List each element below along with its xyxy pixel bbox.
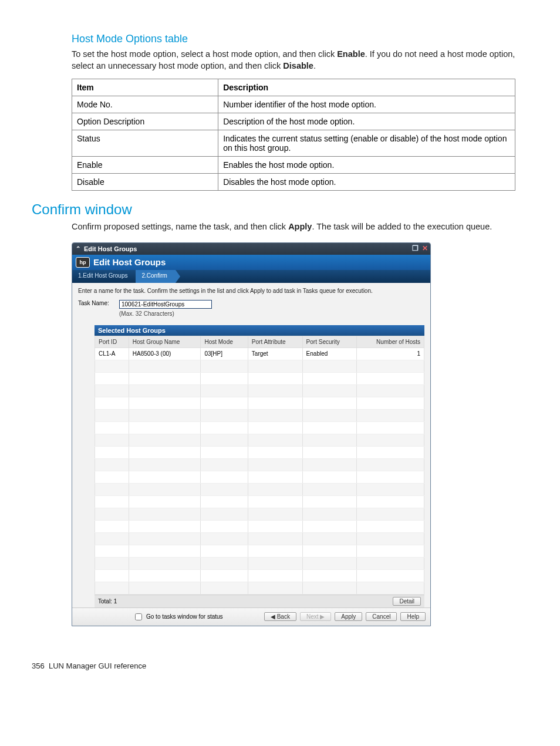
grid-cell xyxy=(95,434,129,446)
table-cell: Disable xyxy=(72,174,218,191)
grid-cell xyxy=(95,360,129,372)
grid-cell xyxy=(302,520,356,532)
section-confirm-intro: Confirm proposed settings, name the task… xyxy=(72,221,515,233)
restore-icon[interactable]: ❐ xyxy=(412,244,419,252)
grid-row-empty xyxy=(95,421,424,434)
dialog-footer: Go to tasks window for status ◀ Back Nex… xyxy=(72,607,430,626)
grid-cell xyxy=(95,557,129,569)
table-row: Mode No.Number identifier of the host mo… xyxy=(72,96,515,113)
grid-cell xyxy=(356,458,424,471)
th-item: Item xyxy=(72,79,218,96)
grid-cell xyxy=(248,508,302,520)
host-mode-options-table: Item Description Mode No.Number identifi… xyxy=(72,79,515,191)
grid-cell xyxy=(201,471,248,483)
grid-row-empty xyxy=(95,372,424,384)
grid-cell xyxy=(302,446,356,458)
grid-cell xyxy=(95,495,129,508)
task-name-input[interactable] xyxy=(119,300,212,309)
grid-cell xyxy=(248,483,302,495)
grid-row-empty xyxy=(95,532,424,545)
grid-header-cell: Host Group Name xyxy=(129,336,201,347)
grid-cell xyxy=(248,545,302,557)
intro-text-3: . xyxy=(313,61,316,70)
grid-cell xyxy=(129,495,201,508)
grid-cell xyxy=(248,397,302,409)
grid-cell xyxy=(302,409,356,421)
grid-cell xyxy=(95,471,129,483)
help-button[interactable]: Help xyxy=(400,612,426,621)
grid-cell xyxy=(95,458,129,471)
grid-cell xyxy=(129,471,201,483)
grid-cell xyxy=(95,520,129,532)
back-button[interactable]: ◀ Back xyxy=(264,612,296,621)
confirm-text-2: . The task will be added to the executio… xyxy=(312,222,492,231)
grid-cell xyxy=(201,409,248,421)
grid-cell xyxy=(248,520,302,532)
grid-cell xyxy=(129,397,201,409)
grid-cell xyxy=(302,582,356,594)
grid-cell: 03[HP] xyxy=(201,347,248,360)
wizard-steps: 1.Edit Host Groups 2.Confirm xyxy=(72,270,430,283)
grid-row-empty xyxy=(95,545,424,557)
grid-cell xyxy=(95,532,129,545)
detail-button[interactable]: Detail xyxy=(393,597,421,606)
goto-tasks-checkbox-label[interactable]: Go to tasks window for status xyxy=(133,612,223,622)
grid-cell xyxy=(302,495,356,508)
grid-cell xyxy=(356,532,424,545)
grid-cell xyxy=(302,384,356,397)
grid-cell xyxy=(302,557,356,569)
intro-bold-disable: Disable xyxy=(283,61,313,70)
grid-cell xyxy=(248,372,302,384)
dialog-title: Edit Host Groups xyxy=(93,257,166,267)
grid-cell xyxy=(95,569,129,582)
page-number: 356 xyxy=(32,661,45,670)
table-cell: Description of the host mode option. xyxy=(218,113,515,130)
grid-cell xyxy=(356,446,424,458)
grid-cell xyxy=(129,569,201,582)
grid-row-empty xyxy=(95,582,424,594)
collapse-icon[interactable]: ⌃ xyxy=(76,245,80,252)
grid-cell xyxy=(302,545,356,557)
grid-cell xyxy=(95,446,129,458)
grid-cell xyxy=(201,397,248,409)
grid-cell xyxy=(201,569,248,582)
table-row: EnableEnables the host mode option. xyxy=(72,157,515,174)
apply-button[interactable]: Apply xyxy=(335,612,362,621)
page-footer: 356 LUN Manager GUI reference xyxy=(32,661,515,670)
grid-cell xyxy=(302,532,356,545)
grid-cell xyxy=(248,446,302,458)
grid-cell xyxy=(95,483,129,495)
grid-cell xyxy=(129,458,201,471)
grid-row-empty xyxy=(95,360,424,372)
grid-cell xyxy=(248,582,302,594)
grid-cell xyxy=(248,569,302,582)
grid-cell xyxy=(248,434,302,446)
selected-host-groups-table: Port IDHost Group NameHost ModePort Attr… xyxy=(95,336,424,595)
grid-cell xyxy=(302,372,356,384)
cancel-button[interactable]: Cancel xyxy=(366,612,397,621)
grid-cell xyxy=(356,421,424,434)
grid-row-empty xyxy=(95,397,424,409)
grid-row[interactable]: CL1-AHA8500-3 (00)03[HP]TargetEnabled1 xyxy=(95,347,424,360)
grid-row-empty xyxy=(95,495,424,508)
grid-cell xyxy=(356,384,424,397)
grid-cell xyxy=(129,409,201,421)
goto-tasks-checkbox[interactable] xyxy=(135,613,142,620)
grid-cell xyxy=(95,545,129,557)
step-1-edit-host-groups[interactable]: 1.Edit Host Groups xyxy=(72,270,136,283)
grid-cell xyxy=(356,409,424,421)
table-cell: Status xyxy=(72,130,218,157)
grid-header-cell: Host Mode xyxy=(201,336,248,347)
grid-header-cell: Port Attribute xyxy=(248,336,302,347)
goto-tasks-text: Go to tasks window for status xyxy=(146,613,223,620)
grid-row-empty xyxy=(95,384,424,397)
grid-cell xyxy=(201,384,248,397)
grid-cell xyxy=(129,483,201,495)
grid-cell xyxy=(201,483,248,495)
grid-cell xyxy=(356,372,424,384)
grid-cell: 1 xyxy=(356,347,424,360)
step-2-confirm[interactable]: 2.Confirm xyxy=(136,270,175,283)
grid-cell xyxy=(248,471,302,483)
grid-cell xyxy=(201,545,248,557)
close-icon[interactable]: ✕ xyxy=(422,244,428,252)
